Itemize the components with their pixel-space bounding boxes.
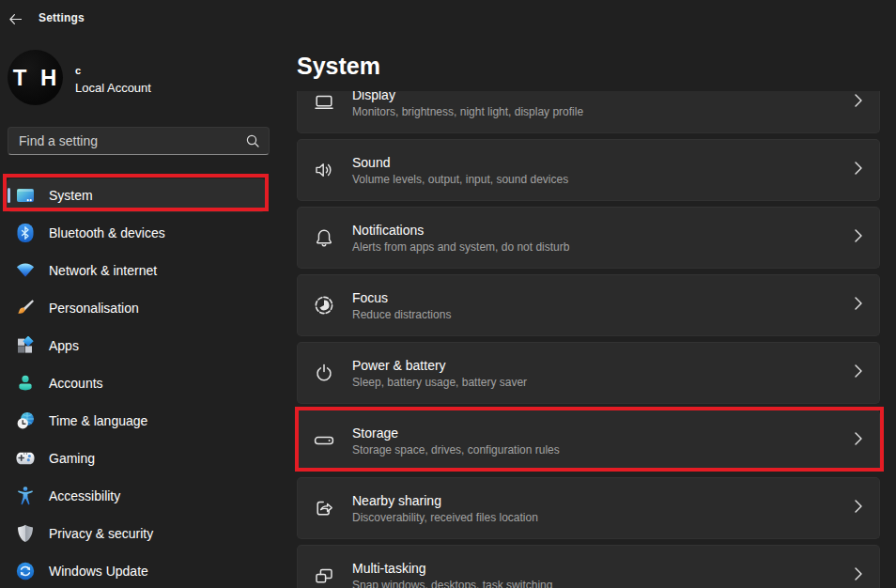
- sidebar-item-gaming[interactable]: Gaming: [7, 441, 266, 475]
- multitasking-icon: [314, 565, 334, 586]
- avatar: T H: [8, 50, 63, 105]
- sidebar-item-bluetooth-devices[interactable]: Bluetooth & devices: [7, 216, 266, 250]
- page-title: System: [297, 53, 380, 80]
- card-title: Notifications: [352, 223, 569, 238]
- card-subtitle: Snap windows, desktops, task switching: [352, 579, 552, 588]
- chevron-right-icon: [855, 500, 862, 517]
- chevron-right-icon: [855, 567, 862, 584]
- annotation-box-system: [3, 174, 269, 211]
- apps-icon: [16, 336, 35, 355]
- time-language-icon: [16, 411, 35, 430]
- sidebar-item-label: Privacy & security: [49, 526, 153, 541]
- sidebar-item-accounts[interactable]: Accounts: [7, 366, 266, 400]
- sidebar-item-time-language[interactable]: Time & language: [7, 404, 266, 438]
- card-subtitle: Alerts from apps and system, do not dist…: [352, 240, 569, 254]
- account-type: Local Account: [75, 81, 151, 95]
- account-name: c: [75, 65, 81, 76]
- sidebar-item-label: Bluetooth & devices: [49, 225, 165, 240]
- sidebar-item-label: Personalisation: [49, 301, 139, 316]
- settings-card-nearby-sharing[interactable]: Nearby sharing Discoverability, received…: [297, 477, 880, 539]
- settings-card-sound[interactable]: Sound Volume levels, output, input, soun…: [297, 139, 880, 201]
- sound-icon: [314, 160, 334, 180]
- settings-list: Display Monitors, brightness, night ligh…: [297, 91, 881, 588]
- accessibility-icon: [16, 487, 35, 505]
- nearby-sharing-icon: [314, 498, 334, 518]
- chevron-right-icon: [855, 364, 862, 381]
- back-arrow-icon: [9, 14, 22, 24]
- sidebar-item-windows-update[interactable]: Windows Update: [7, 554, 266, 588]
- settings-card-notifications[interactable]: Notifications Alerts from apps and syste…: [297, 207, 880, 269]
- card-title: Focus: [352, 290, 451, 305]
- chevron-right-icon: [855, 162, 862, 178]
- chevron-right-icon: [855, 94, 862, 111]
- card-subtitle: Sleep, battery usage, battery saver: [352, 376, 527, 389]
- card-title: Sound: [352, 155, 568, 170]
- back-button[interactable]: [4, 8, 26, 30]
- chevron-right-icon: [855, 229, 862, 246]
- sidebar-item-label: Time & language: [49, 413, 147, 428]
- power-battery-icon: [314, 363, 334, 383]
- sidebar-item-apps[interactable]: Apps: [7, 329, 266, 363]
- sidebar-item-accessibility[interactable]: Accessibility: [7, 479, 266, 513]
- sidebar-item-label: Accessibility: [49, 488, 120, 503]
- card-subtitle: Monitors, brightness, night light, displ…: [352, 105, 583, 118]
- app-title: Settings: [39, 11, 85, 24]
- card-subtitle: Reduce distractions: [352, 308, 451, 321]
- network-icon: [16, 261, 35, 280]
- bluetooth-icon: [16, 224, 35, 242]
- windows-update-icon: [16, 562, 35, 580]
- annotation-box-storage: [295, 407, 884, 472]
- sidebar-item-privacy-security[interactable]: Privacy & security: [7, 517, 266, 550]
- chevron-right-icon: [855, 297, 862, 314]
- display-icon: [314, 92, 334, 113]
- sidebar-item-personalisation[interactable]: Personalisation: [7, 291, 266, 325]
- search-icon: [246, 134, 259, 151]
- card-title: Nearby sharing: [352, 493, 538, 508]
- search-box[interactable]: [8, 127, 270, 155]
- card-title: Power & battery: [352, 358, 527, 373]
- sidebar-item-label: Network & internet: [49, 263, 157, 278]
- settings-card-focus[interactable]: Focus Reduce distractions: [297, 274, 880, 336]
- settings-card-display[interactable]: Display Monitors, brightness, night ligh…: [297, 91, 880, 133]
- notifications-icon: [314, 227, 334, 248]
- accounts-icon: [16, 374, 35, 393]
- card-title: Display: [352, 91, 583, 102]
- card-title: Multi-tasking: [352, 561, 552, 576]
- personalisation-icon: [16, 299, 35, 317]
- card-subtitle: Discoverability, received files location: [352, 511, 538, 524]
- gaming-icon: [16, 449, 35, 468]
- sidebar-item-label: Gaming: [49, 451, 95, 466]
- privacy-security-icon: [16, 524, 35, 543]
- sidebar-item-label: Apps: [49, 338, 79, 353]
- focus-icon: [314, 295, 334, 316]
- sidebar-item-network-internet[interactable]: Network & internet: [7, 254, 266, 287]
- search-input[interactable]: [19, 128, 235, 154]
- card-subtitle: Volume levels, output, input, sound devi…: [352, 173, 568, 186]
- sidebar-item-label: Windows Update: [49, 564, 148, 579]
- settings-card-multitasking[interactable]: Multi-tasking Snap windows, desktops, ta…: [297, 545, 880, 588]
- titlebar: Settings: [0, 0, 896, 38]
- sidebar-item-label: Accounts: [49, 376, 103, 391]
- settings-card-power-battery[interactable]: Power & battery Sleep, battery usage, ba…: [297, 342, 880, 404]
